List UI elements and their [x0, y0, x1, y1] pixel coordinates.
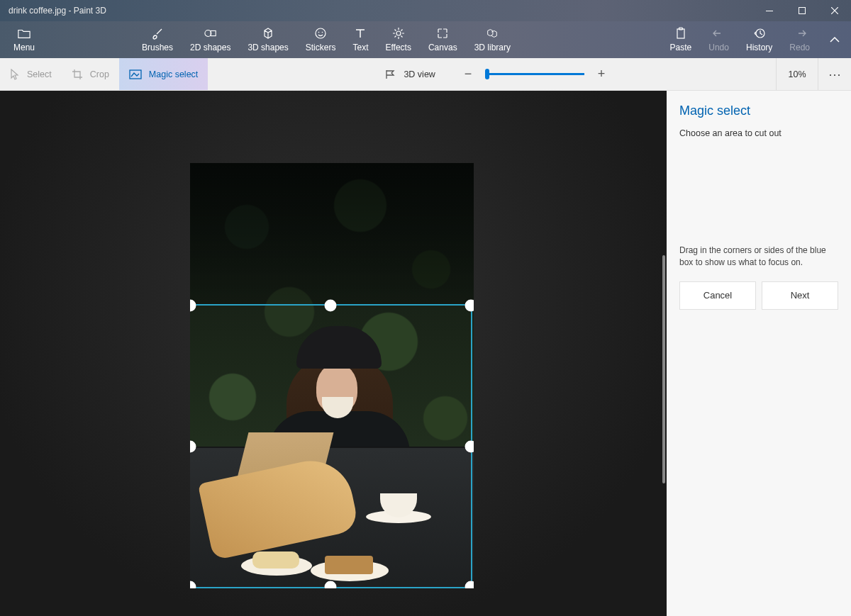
shapes2d-icon — [204, 27, 217, 40]
panel-title: Magic select — [679, 103, 838, 118]
panel-description: Drag in the corners or sides of the blue… — [679, 245, 838, 269]
scene-dark-overlay — [190, 163, 474, 305]
history-button[interactable]: History — [738, 21, 781, 58]
selection-handle-tc[interactable] — [325, 300, 337, 312]
sticker-icon — [314, 27, 327, 40]
more-options-button[interactable]: ⋯ — [818, 58, 851, 90]
folder-icon — [18, 27, 30, 40]
paste-label: Paste — [670, 43, 692, 52]
next-button[interactable]: Next — [762, 281, 838, 310]
selection-handle-tr[interactable] — [465, 300, 474, 312]
titlebar: drink coffee.jpg - Paint 3D — [0, 0, 851, 21]
minimize-button[interactable] — [753, 0, 786, 21]
redo-button[interactable]: Redo — [781, 21, 818, 58]
text-label: Text — [352, 43, 368, 52]
selection-handle-br[interactable] — [465, 581, 474, 589]
library3d-button[interactable]: 3D library — [466, 21, 519, 58]
brushes-label: Brushes — [142, 43, 173, 52]
effects-label: Effects — [385, 43, 411, 52]
brush-icon — [151, 27, 164, 40]
canvas-area — [0, 91, 667, 616]
library3d-icon — [486, 27, 499, 40]
canvas-icon — [436, 27, 449, 40]
paste-button[interactable]: Paste — [662, 21, 701, 58]
view3d-toggle[interactable]: 3D view — [372, 69, 447, 79]
select-label: Select — [27, 69, 52, 79]
brushes-button[interactable]: Brushes — [133, 21, 182, 58]
svg-rect-1 — [799, 8, 806, 14]
svg-point-7 — [396, 31, 401, 35]
selection-box[interactable] — [190, 304, 472, 588]
stickers-button[interactable]: Stickers — [297, 21, 345, 58]
effects-icon — [392, 27, 405, 40]
effects-button[interactable]: Effects — [377, 21, 419, 58]
library3d-label: 3D library — [474, 43, 511, 52]
window-controls — [753, 0, 851, 21]
shapes2d-button[interactable]: 2D shapes — [182, 21, 239, 58]
magic-select-label: Magic select — [149, 69, 198, 79]
paste-icon — [674, 27, 687, 40]
history-icon — [753, 27, 766, 40]
canvas-label: Canvas — [428, 43, 457, 52]
cancel-button[interactable]: Cancel — [679, 281, 756, 310]
zoom-out-button[interactable]: − — [458, 65, 478, 84]
crop-label: Crop — [90, 69, 109, 79]
flag-icon — [385, 69, 396, 79]
crop-icon — [72, 69, 83, 80]
selection-handle-mr[interactable] — [465, 440, 474, 452]
zoom-percent[interactable]: 10% — [776, 58, 818, 90]
ribbon: Menu Brushes 2D shapes 3D shapes Sticker… — [0, 21, 851, 58]
text-button[interactable]: Text — [344, 21, 377, 58]
view3d-label: 3D view — [404, 69, 435, 79]
svg-point-4 — [316, 28, 326, 38]
history-label: History — [746, 43, 772, 52]
panel-subtitle: Choose an area to cut out — [679, 128, 838, 138]
zoom-in-button[interactable]: + — [591, 65, 611, 84]
redo-icon — [794, 27, 806, 40]
maximize-button[interactable] — [786, 0, 818, 21]
canvas-vertical-scrollbar[interactable] — [662, 255, 665, 483]
undo-button[interactable]: Undo — [700, 21, 738, 58]
selection-handle-bl[interactable] — [190, 581, 196, 589]
select-tool[interactable]: Select — [0, 58, 62, 90]
text-icon — [354, 27, 367, 40]
undo-label: Undo — [708, 43, 729, 52]
menu-label: Menu — [13, 43, 35, 52]
zoom-slider-group: − + — [458, 65, 611, 84]
shapes3d-label: 3D shapes — [247, 43, 288, 52]
svg-point-6 — [322, 32, 323, 33]
stickers-label: Stickers — [306, 43, 336, 52]
close-button[interactable] — [818, 0, 851, 21]
cursor-icon — [10, 69, 20, 80]
cube-icon — [262, 27, 274, 40]
undo-icon — [713, 27, 725, 40]
redo-label: Redo — [789, 43, 810, 52]
menu-button[interactable]: Menu — [0, 21, 48, 58]
canvas-button[interactable]: Canvas — [420, 21, 466, 58]
svg-rect-8 — [677, 29, 684, 38]
shapes3d-button[interactable]: 3D shapes — [239, 21, 296, 58]
selection-handle-ml[interactable] — [190, 440, 196, 452]
canvas-image[interactable] — [190, 163, 474, 588]
zoom-thumb[interactable] — [485, 69, 489, 79]
panel-buttons: Cancel Next — [679, 281, 838, 310]
shapes2d-label: 2D shapes — [190, 43, 230, 52]
crop-tool[interactable]: Crop — [62, 58, 119, 90]
svg-rect-0 — [766, 11, 773, 11]
magic-select-tool[interactable]: Magic select — [119, 58, 208, 90]
magic-select-icon — [129, 69, 142, 79]
window-title: drink coffee.jpg - Paint 3D — [9, 6, 753, 16]
toolbar: Select Crop Magic select 3D view − + 10%… — [0, 58, 851, 91]
zoom-slider[interactable] — [485, 73, 584, 75]
ribbon-collapse-button[interactable] — [818, 21, 851, 58]
magic-select-panel: Magic select Choose an area to cut out D… — [667, 91, 851, 616]
selection-handle-bc[interactable] — [325, 581, 337, 589]
svg-point-5 — [318, 32, 320, 33]
